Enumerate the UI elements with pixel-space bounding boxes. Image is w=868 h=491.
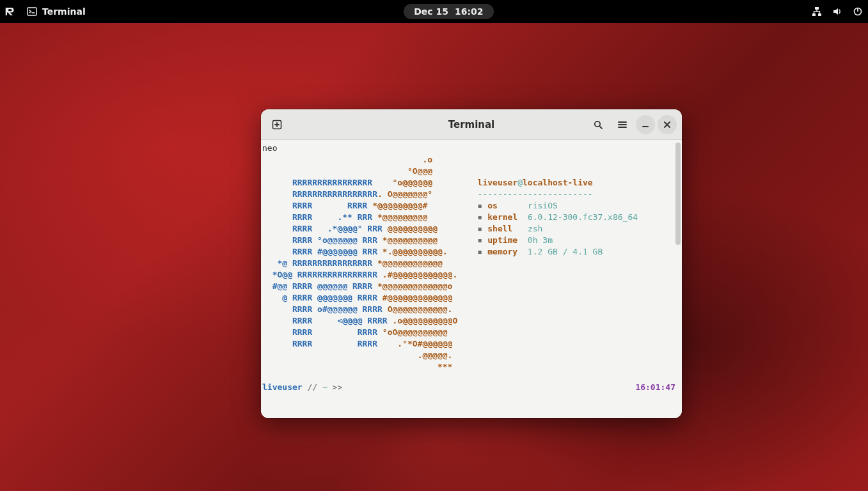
close-button[interactable] <box>658 115 677 134</box>
scrollbar-thumb[interactable] <box>675 143 681 245</box>
network-status-button[interactable] <box>812 6 822 17</box>
neofetch-output: neo .o °O@@@ RRRRRRRRRRRRRRRR °o@@@@@@ l… <box>262 143 675 373</box>
prompt-arrow: >> <box>327 382 347 392</box>
prompt-user: liveuser <box>262 382 303 392</box>
prompt-path: ~ <box>322 382 327 392</box>
shell-prompt: liveuser // ~ >> 16:01:47 <box>262 382 675 393</box>
focused-app-name: Terminal <box>42 6 86 17</box>
svg-line-8 <box>599 126 602 129</box>
activities-button[interactable] <box>5 6 17 17</box>
volume-icon <box>832 6 842 17</box>
clock-button[interactable]: Dec 15 16:02 <box>404 4 493 19</box>
prompt-sep: // <box>303 382 322 392</box>
svg-rect-2 <box>812 13 816 16</box>
hamburger-icon <box>617 120 627 130</box>
network-wired-icon <box>812 6 822 17</box>
window-headerbar: Terminal <box>261 109 682 140</box>
topbar-date: Dec 15 <box>414 6 448 17</box>
search-button[interactable] <box>587 114 609 136</box>
close-icon <box>662 120 672 130</box>
terminal-output-area[interactable]: neo .o °O@@@ RRRRRRRRRRRRRRRR °o@@@@@@ l… <box>261 140 682 418</box>
svg-rect-3 <box>818 13 821 16</box>
power-status-button[interactable] <box>853 6 863 17</box>
svg-rect-0 <box>28 8 36 15</box>
minimize-button[interactable] <box>636 115 655 134</box>
gnome-top-bar: Terminal Dec 15 16:02 <box>0 0 868 23</box>
plus-tab-icon <box>272 120 282 130</box>
terminal-window: Terminal <box>261 109 682 418</box>
menu-button[interactable] <box>612 114 633 136</box>
volume-status-button[interactable] <box>832 6 842 17</box>
topbar-time: 16:02 <box>455 6 484 17</box>
focused-app-indicator[interactable]: Terminal <box>27 6 86 17</box>
terminal-icon <box>27 6 37 17</box>
new-tab-button[interactable] <box>266 114 288 136</box>
search-icon <box>593 120 603 130</box>
svg-rect-1 <box>815 7 819 10</box>
power-icon <box>853 6 863 17</box>
risios-logo-icon <box>5 6 17 17</box>
prompt-time: 16:01:47 <box>635 382 675 393</box>
minimize-icon <box>640 120 651 130</box>
